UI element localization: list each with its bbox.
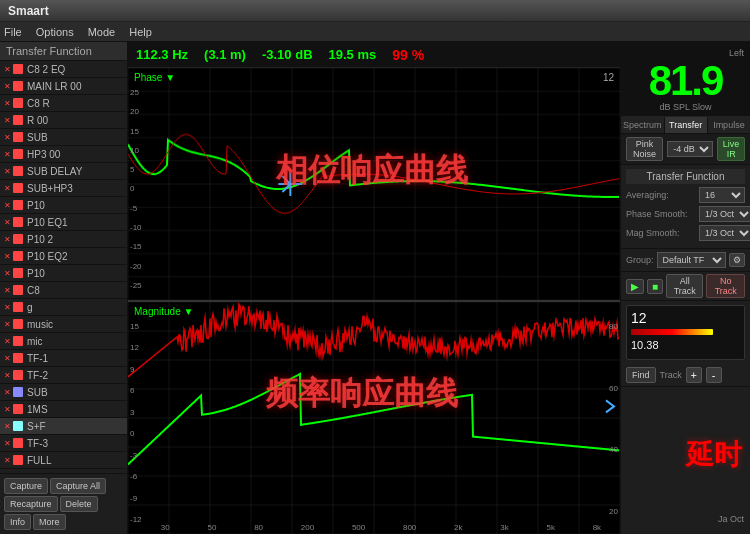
sidebar-item-color: [13, 438, 23, 448]
sidebar-item[interactable]: ✕ S+F: [0, 418, 127, 435]
mag-y-label: 15: [130, 322, 142, 331]
sidebar-item-color: [13, 421, 23, 431]
sidebar-item[interactable]: ✕ TF-2: [0, 367, 127, 384]
live-ir-button[interactable]: Live IR: [717, 137, 745, 161]
sidebar-item[interactable]: ✕ 1MS: [0, 401, 127, 418]
sidebar-footer-button[interactable]: Info: [4, 514, 31, 530]
sidebar-x-icon: ✕: [4, 371, 11, 380]
sidebar-footer-button[interactable]: More: [33, 514, 66, 530]
sidebar-item[interactable]: ✕ SUB: [0, 129, 127, 146]
sidebar-item[interactable]: ✕ P10: [0, 197, 127, 214]
sidebar-item[interactable]: ✕ mic: [0, 333, 127, 350]
magnitude-canvas: [128, 302, 620, 534]
mag-y-label: 3: [130, 408, 142, 417]
all-track-button[interactable]: All Track: [666, 274, 703, 298]
tf-averaging-select[interactable]: 16: [699, 187, 745, 203]
db-value: -3.10 dB: [262, 47, 313, 62]
sidebar-item-label: TF-3: [27, 438, 48, 449]
x-axis-label: 2k: [454, 523, 462, 532]
delay-label: 延时: [686, 436, 742, 474]
sidebar-item-color: [13, 234, 23, 244]
sidebar-x-icon: ✕: [4, 99, 11, 108]
play-button[interactable]: ▶: [626, 279, 644, 294]
phase-y-label: 20: [130, 107, 142, 116]
sidebar-footer-button[interactable]: Capture All: [50, 478, 106, 494]
plus-button[interactable]: +: [686, 367, 702, 383]
find-button[interactable]: Find: [626, 367, 656, 383]
sidebar-item[interactable]: ✕ SUB+HP3: [0, 180, 127, 197]
x-axis-label: 500: [352, 523, 365, 532]
sidebar-item[interactable]: ✕ SUB: [0, 384, 127, 401]
sidebar-item[interactable]: ✕ HP3 00: [0, 146, 127, 163]
freq-header: 112.3 Hz (3.1 m) -3.10 dB 19.5 ms 99 %: [128, 42, 620, 68]
minus-button[interactable]: -: [706, 367, 722, 383]
menu-help[interactable]: Help: [129, 26, 152, 38]
sidebar-item-color: [13, 183, 23, 193]
mag-y-label: 6: [130, 386, 142, 395]
sidebar-item[interactable]: ✕ TF-3: [0, 435, 127, 452]
menu-mode[interactable]: Mode: [88, 26, 116, 38]
tab-transfer[interactable]: Transfer: [665, 117, 708, 133]
sidebar-item[interactable]: ✕ P10 EQ1: [0, 214, 127, 231]
sidebar-item[interactable]: ✕ g: [0, 299, 127, 316]
x-axis-label: 80: [254, 523, 263, 532]
sidebar-item-label: FULL: [27, 455, 51, 466]
spl-display: Left 81.9 dB SPL Slow: [621, 42, 750, 117]
menu-file[interactable]: File: [4, 26, 22, 38]
sidebar-x-icon: ✕: [4, 133, 11, 142]
right-panel: Left 81.9 dB SPL Slow Spectrum Transfer …: [620, 42, 750, 534]
phase-y-label: 25: [130, 88, 142, 97]
phase-y-label: -20: [130, 262, 142, 271]
sidebar-item-color: [13, 251, 23, 261]
sidebar-item[interactable]: ✕ music: [0, 316, 127, 333]
sidebar-item[interactable]: ✕ P10: [0, 265, 127, 282]
group-select[interactable]: Default TF: [657, 252, 726, 268]
tab-impulse[interactable]: Impulse: [708, 117, 750, 133]
tf-phase-smooth-select[interactable]: 1/3 Oct: [699, 206, 750, 222]
distance-value: (3.1 m): [204, 47, 246, 62]
sidebar-item-color: [13, 370, 23, 380]
sidebar-footer-button[interactable]: Delete: [60, 496, 98, 512]
noise-db-select[interactable]: -4 dB: [667, 141, 713, 157]
sidebar-item[interactable]: ✕ R 00: [0, 112, 127, 129]
sidebar-item[interactable]: ✕ P10 EQ2: [0, 248, 127, 265]
sidebar-x-icon: ✕: [4, 184, 11, 193]
sidebar-item-color: [13, 268, 23, 278]
sidebar-x-icon: ✕: [4, 218, 11, 227]
sidebar-item-color: [13, 115, 23, 125]
gear-button[interactable]: ⚙: [729, 253, 745, 267]
spl-unit: dB SPL Slow: [627, 102, 744, 112]
sidebar-item[interactable]: ✕ FULL: [0, 452, 127, 469]
sidebar-footer-button[interactable]: Recapture: [4, 496, 58, 512]
menu-options[interactable]: Options: [36, 26, 74, 38]
sidebar-list: ✕ C8 2 EQ✕ MAIN LR 00✕ C8 R✕ R 00✕ SUB✕ …: [0, 61, 127, 473]
magnitude-plot: Magnitude ▼ 15129630-3-6-9-12 80604020 频…: [128, 302, 620, 534]
sidebar-x-icon: ✕: [4, 82, 11, 91]
sidebar-item[interactable]: ✕ C8 R: [0, 95, 127, 112]
sidebar-item[interactable]: ✕ C8: [0, 282, 127, 299]
sidebar-item[interactable]: ✕ TF-1: [0, 350, 127, 367]
sidebar-x-icon: ✕: [4, 422, 11, 431]
spl-value: 81.9: [627, 60, 744, 102]
no-track-button[interactable]: No Track: [706, 274, 745, 298]
sidebar-item[interactable]: ✕ SUB DELAY: [0, 163, 127, 180]
tf-mag-smooth-label: Mag Smooth:: [626, 228, 696, 238]
sidebar-footer-button[interactable]: Capture: [4, 478, 48, 494]
tab-spectrum[interactable]: Spectrum: [621, 117, 665, 133]
sidebar-x-icon: ✕: [4, 320, 11, 329]
stop-button[interactable]: ■: [647, 279, 663, 294]
measurement-box: 12 10.38: [626, 305, 745, 360]
sidebar-item[interactable]: ✕ P10 2: [0, 231, 127, 248]
sidebar-item[interactable]: ✕ MAIN LR 00: [0, 78, 127, 95]
pink-noise-button[interactable]: Pink Noise: [626, 137, 663, 161]
phase-y-label: -15: [130, 242, 142, 251]
mag-y-label-right: 40: [609, 445, 618, 454]
tf-mag-smooth-select[interactable]: 1/3 Oct: [699, 225, 750, 241]
sidebar-x-icon: ✕: [4, 150, 11, 159]
center-panel: 112.3 Hz (3.1 m) -3.10 dB 19.5 ms 99 % P…: [128, 42, 620, 534]
mag-y-label-right: 60: [609, 384, 618, 393]
sidebar-item[interactable]: ✕ C8 2 EQ: [0, 61, 127, 78]
tf-averaging-label: Averaging:: [626, 190, 696, 200]
sidebar-item-label: SUB DELAY: [27, 166, 82, 177]
sidebar-item-color: [13, 217, 23, 227]
